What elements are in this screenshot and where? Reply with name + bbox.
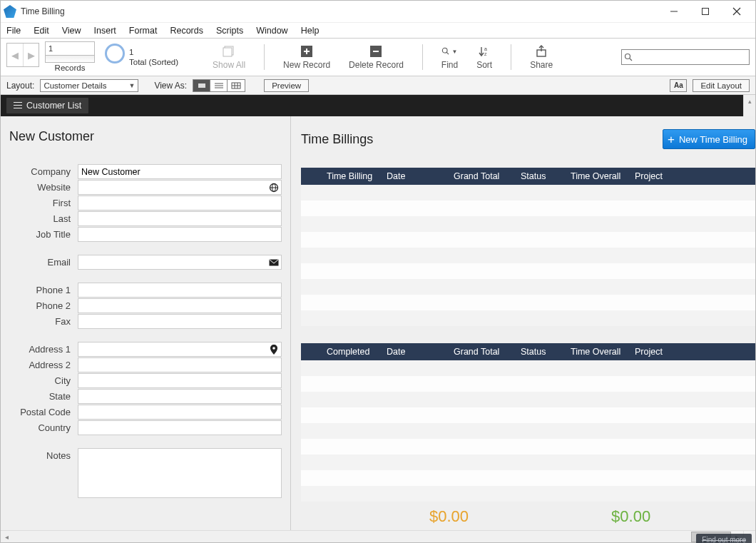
last-field[interactable] [78,211,282,226]
menu-scripts[interactable]: Scripts [216,26,243,36]
view-table-button[interactable] [228,80,245,91]
phone2-field[interactable] [78,298,282,313]
table-row[interactable] [301,360,755,376]
record-slider[interactable] [45,56,95,63]
table-row[interactable] [301,248,755,263]
email-field[interactable] [78,255,282,270]
notes-field[interactable] [78,448,282,498]
fax-field[interactable] [78,314,282,329]
content-area: New Customer Company Website First Last … [1,116,755,530]
quick-search-input[interactable] [635,51,747,64]
table-row[interactable] [301,423,755,439]
globe-icon[interactable] [269,183,279,193]
label-phone1: Phone 1 [9,285,78,295]
menu-file[interactable]: File [6,26,21,36]
table-row[interactable] [301,455,755,470]
company-field[interactable] [78,164,282,179]
delete-record-button[interactable]: Delete Record [349,44,404,70]
view-list-button[interactable] [210,80,228,91]
table-row[interactable] [301,279,755,295]
table-row[interactable] [301,407,755,423]
customer-form-pane: New Customer Company Website First Last … [1,116,290,530]
table-row[interactable] [301,263,755,279]
mail-icon[interactable] [269,258,279,268]
state-field[interactable] [78,389,282,404]
right-heading: Time Billings [301,132,373,147]
edit-layout-button[interactable]: Edit Layout [693,79,750,92]
menu-help[interactable]: Help [301,26,320,36]
customer-list-button[interactable]: Customer List [6,98,88,113]
new-record-button[interactable]: New Record [283,44,330,70]
app-icon [4,5,16,18]
table-row[interactable] [301,201,755,216]
layout-dropdown[interactable]: Customer Details ▼ [40,79,138,92]
table-row[interactable] [301,376,755,392]
text-format-button[interactable]: Aa [670,79,687,92]
preview-button[interactable]: Preview [264,79,309,92]
billings-table-body [301,185,755,326]
svg-point-18 [625,54,630,59]
table-row[interactable] [301,232,755,248]
share-button[interactable]: Share [530,44,553,70]
label-state: State [9,391,78,402]
table-row[interactable] [301,216,755,232]
view-form-button[interactable] [193,80,210,91]
maximize-button[interactable] [690,1,721,22]
find-button[interactable]: ▼ Find [441,44,458,70]
menu-edit[interactable]: Edit [34,26,49,36]
map-pin-icon[interactable] [269,345,279,355]
scroll-left-button[interactable]: ◂ [1,531,13,543]
svg-rect-1 [703,9,709,15]
menu-insert[interactable]: Insert [94,26,116,36]
prev-record-button[interactable]: ◀ [7,44,23,66]
menu-records[interactable]: Records [170,26,203,36]
svg-point-33 [272,347,275,350]
find-out-more-badge[interactable]: Find out more [696,534,752,543]
horizontal-scrollbar[interactable]: ◂ ▸ [1,530,755,542]
show-all-button[interactable]: Show All [213,44,245,70]
label-website: Website [9,182,78,193]
label-postal: Postal Code [9,407,78,417]
found-set-pie-icon[interactable] [105,44,125,64]
plus-square-icon [299,44,315,59]
close-button[interactable] [721,1,752,22]
left-heading: New Customer [9,129,282,144]
sort-button[interactable]: az Sort [476,44,492,70]
new-time-billing-button[interactable]: + New Time Billing [663,129,755,149]
label-country: Country [9,422,78,433]
magnifier-icon: ▼ [441,44,457,59]
country-field[interactable] [78,420,282,435]
table-row[interactable] [301,310,755,326]
table-row[interactable] [301,470,755,486]
table-row[interactable] [301,185,755,201]
window-title: Time Billing [21,6,65,16]
quick-search[interactable] [621,49,750,65]
next-record-button[interactable]: ▶ [23,44,39,66]
address1-field[interactable] [78,342,282,357]
phone1-field[interactable] [78,283,282,298]
table-row[interactable] [301,486,755,502]
table-row[interactable] [301,295,755,310]
record-number-field[interactable]: 1 [45,41,95,56]
svg-point-11 [443,48,448,53]
minimize-button[interactable] [658,1,690,22]
viewas-label: View As: [154,81,187,91]
website-field[interactable] [78,180,282,195]
search-icon [624,53,633,61]
table-row[interactable] [301,392,755,407]
jobtitle-field[interactable] [78,227,282,242]
table-row[interactable] [301,439,755,455]
label-address2: Address 2 [9,360,78,370]
city-field[interactable] [78,373,282,388]
label-last: Last [9,213,78,224]
menu-window[interactable]: Window [256,26,287,36]
address2-field[interactable] [78,357,282,372]
scroll-up-button[interactable]: ▴ [744,95,755,107]
postal-field[interactable] [78,405,282,420]
label-first: First [9,198,78,208]
vertical-scrollbar[interactable]: ▴ [743,95,755,116]
first-field[interactable] [78,196,282,210]
svg-line-19 [630,59,632,61]
menu-view[interactable]: View [62,26,81,36]
menu-format[interactable]: Format [129,26,158,36]
